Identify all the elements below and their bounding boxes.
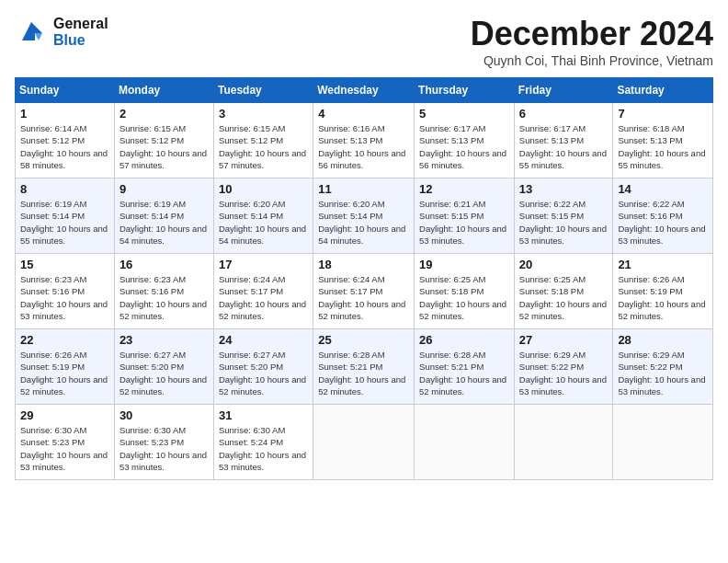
table-row: 11Sunrise: 6:20 AMSunset: 5:14 PMDayligh… <box>313 178 415 254</box>
table-row: 20Sunrise: 6:25 AMSunset: 5:18 PMDayligh… <box>514 254 613 329</box>
table-row: 9Sunrise: 6:19 AMSunset: 5:14 PMDaylight… <box>114 178 213 254</box>
day-number: 31 <box>219 408 308 422</box>
month-title: December 2024 <box>471 15 713 53</box>
sunset-text: Sunset: 5:14 PM <box>20 211 85 221</box>
daylight-text: Daylight: 10 hours and 52 minutes. <box>618 299 705 321</box>
day-info: Sunrise: 6:24 AMSunset: 5:17 PMDaylight:… <box>219 273 308 322</box>
daylight-text: Daylight: 10 hours and 53 minutes. <box>618 224 705 246</box>
table-row: 5Sunrise: 6:17 AMSunset: 5:13 PMDaylight… <box>415 103 515 178</box>
daylight-text: Daylight: 10 hours and 52 minutes. <box>419 374 506 396</box>
sunset-text: Sunset: 5:14 PM <box>318 211 382 221</box>
table-row <box>415 405 515 480</box>
day-info: Sunrise: 6:19 AMSunset: 5:14 PMDaylight:… <box>119 198 209 247</box>
daylight-text: Daylight: 10 hours and 53 minutes. <box>119 450 207 472</box>
table-row: 26Sunrise: 6:28 AMSunset: 5:21 PMDayligh… <box>415 329 515 405</box>
sunrise-text: Sunrise: 6:29 AM <box>618 350 684 360</box>
sunrise-text: Sunrise: 6:29 AM <box>519 350 586 360</box>
day-number: 27 <box>519 333 609 347</box>
sunrise-text: Sunrise: 6:15 AM <box>219 123 285 133</box>
day-info: Sunrise: 6:14 AMSunset: 5:12 PMDaylight:… <box>20 122 109 171</box>
col-thursday: Thursday <box>415 78 515 103</box>
day-number: 16 <box>119 258 209 271</box>
sunrise-text: Sunrise: 6:25 AM <box>519 274 586 284</box>
day-info: Sunrise: 6:30 AMSunset: 5:23 PMDaylight:… <box>20 424 109 473</box>
daylight-text: Daylight: 10 hours and 54 minutes. <box>119 224 207 246</box>
daylight-text: Daylight: 10 hours and 53 minutes. <box>219 450 306 472</box>
daylight-text: Daylight: 10 hours and 57 minutes. <box>219 148 306 170</box>
daylight-text: Daylight: 10 hours and 56 minutes. <box>318 148 405 170</box>
day-info: Sunrise: 6:26 AMSunset: 5:19 PMDaylight:… <box>618 273 708 322</box>
sunrise-text: Sunrise: 6:26 AM <box>20 350 86 360</box>
sunset-text: Sunset: 5:17 PM <box>318 286 382 296</box>
day-number: 10 <box>219 182 308 196</box>
sunrise-text: Sunrise: 6:30 AM <box>20 425 86 435</box>
daylight-text: Daylight: 10 hours and 53 minutes. <box>20 450 108 472</box>
daylight-text: Daylight: 10 hours and 53 minutes. <box>618 374 705 396</box>
sunset-text: Sunset: 5:13 PM <box>419 135 483 145</box>
sunset-text: Sunset: 5:16 PM <box>20 286 85 296</box>
day-number: 2 <box>119 107 209 121</box>
sunrise-text: Sunrise: 6:22 AM <box>618 199 684 209</box>
daylight-text: Daylight: 10 hours and 55 minutes. <box>618 148 705 170</box>
daylight-text: Daylight: 10 hours and 57 minutes. <box>119 148 207 170</box>
day-number: 19 <box>419 258 509 271</box>
sunset-text: Sunset: 5:16 PM <box>618 211 682 221</box>
day-info: Sunrise: 6:15 AMSunset: 5:12 PMDaylight:… <box>119 122 209 171</box>
day-number: 29 <box>20 408 109 422</box>
table-row: 23Sunrise: 6:27 AMSunset: 5:20 PMDayligh… <box>114 329 213 405</box>
sunset-text: Sunset: 5:21 PM <box>318 362 382 372</box>
table-row: 3Sunrise: 6:15 AMSunset: 5:12 PMDaylight… <box>213 103 313 178</box>
sunset-text: Sunset: 5:20 PM <box>119 362 184 372</box>
calendar-table: Sunday Monday Tuesday Wednesday Thursday… <box>15 77 713 480</box>
table-row: 16Sunrise: 6:23 AMSunset: 5:16 PMDayligh… <box>114 254 213 329</box>
daylight-text: Daylight: 10 hours and 55 minutes. <box>20 224 108 246</box>
sunrise-text: Sunrise: 6:20 AM <box>318 199 384 209</box>
table-row <box>514 405 613 480</box>
daylight-text: Daylight: 10 hours and 54 minutes. <box>219 224 306 246</box>
general-blue-icon <box>15 15 50 50</box>
sunrise-text: Sunrise: 6:17 AM <box>419 123 485 133</box>
location-text: Quynh Coi, Thai Binh Province, Vietnam <box>471 53 713 68</box>
daylight-text: Daylight: 10 hours and 56 minutes. <box>419 148 506 170</box>
daylight-text: Daylight: 10 hours and 58 minutes. <box>20 148 108 170</box>
table-row: 6Sunrise: 6:17 AMSunset: 5:13 PMDaylight… <box>514 103 613 178</box>
day-number: 7 <box>618 107 708 121</box>
table-row: 12Sunrise: 6:21 AMSunset: 5:15 PMDayligh… <box>415 178 515 254</box>
day-info: Sunrise: 6:15 AMSunset: 5:12 PMDaylight:… <box>219 122 308 171</box>
calendar-week-row: 8Sunrise: 6:19 AMSunset: 5:14 PMDaylight… <box>16 178 713 254</box>
sunrise-text: Sunrise: 6:30 AM <box>119 425 186 435</box>
logo-brand: General Blue <box>53 16 108 48</box>
table-row: 25Sunrise: 6:28 AMSunset: 5:21 PMDayligh… <box>313 329 415 405</box>
logo: General Blue <box>15 15 108 50</box>
table-row: 2Sunrise: 6:15 AMSunset: 5:12 PMDaylight… <box>114 103 213 178</box>
sunset-text: Sunset: 5:22 PM <box>519 362 584 372</box>
day-info: Sunrise: 6:30 AMSunset: 5:24 PMDaylight:… <box>219 424 308 473</box>
sunset-text: Sunset: 5:19 PM <box>20 362 85 372</box>
table-row: 7Sunrise: 6:18 AMSunset: 5:13 PMDaylight… <box>613 103 713 178</box>
sunset-text: Sunset: 5:23 PM <box>119 437 184 447</box>
day-info: Sunrise: 6:27 AMSunset: 5:20 PMDaylight:… <box>219 349 308 397</box>
sunset-text: Sunset: 5:12 PM <box>219 135 283 145</box>
daylight-text: Daylight: 10 hours and 53 minutes. <box>20 299 108 321</box>
table-row: 8Sunrise: 6:19 AMSunset: 5:14 PMDaylight… <box>16 178 115 254</box>
col-tuesday: Tuesday <box>213 78 313 103</box>
table-row: 19Sunrise: 6:25 AMSunset: 5:18 PMDayligh… <box>415 254 515 329</box>
sunset-text: Sunset: 5:13 PM <box>318 135 382 145</box>
sunrise-text: Sunrise: 6:18 AM <box>618 123 684 133</box>
sunset-text: Sunset: 5:15 PM <box>519 211 584 221</box>
sunset-text: Sunset: 5:20 PM <box>219 362 283 372</box>
day-info: Sunrise: 6:27 AMSunset: 5:20 PMDaylight:… <box>119 349 209 397</box>
sunrise-text: Sunrise: 6:14 AM <box>20 123 86 133</box>
sunset-text: Sunset: 5:12 PM <box>20 135 85 145</box>
calendar-week-row: 15Sunrise: 6:23 AMSunset: 5:16 PMDayligh… <box>16 254 713 329</box>
sunrise-text: Sunrise: 6:30 AM <box>219 425 285 435</box>
sunrise-text: Sunrise: 6:27 AM <box>219 350 285 360</box>
day-info: Sunrise: 6:24 AMSunset: 5:17 PMDaylight:… <box>318 273 409 322</box>
sunrise-text: Sunrise: 6:26 AM <box>618 274 684 284</box>
day-info: Sunrise: 6:22 AMSunset: 5:16 PMDaylight:… <box>618 198 708 247</box>
daylight-text: Daylight: 10 hours and 52 minutes. <box>219 374 306 396</box>
day-info: Sunrise: 6:25 AMSunset: 5:18 PMDaylight:… <box>419 273 509 322</box>
day-info: Sunrise: 6:23 AMSunset: 5:16 PMDaylight:… <box>119 273 209 322</box>
day-number: 17 <box>219 258 308 271</box>
col-sunday: Sunday <box>16 78 115 103</box>
